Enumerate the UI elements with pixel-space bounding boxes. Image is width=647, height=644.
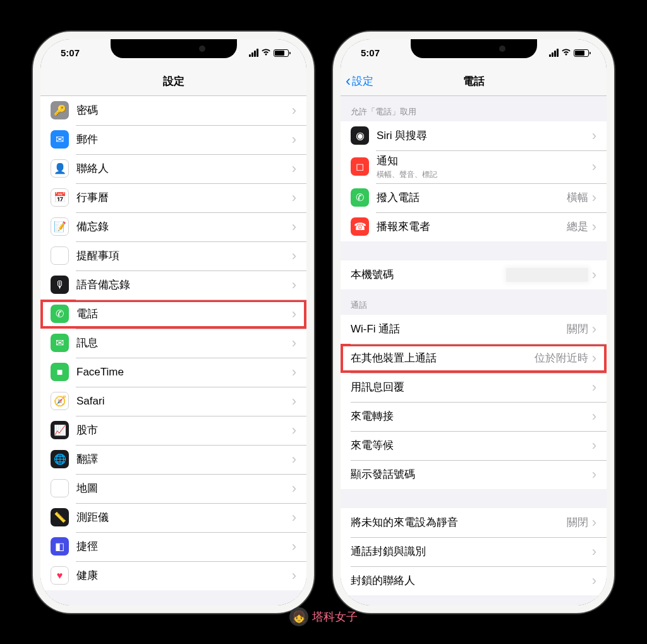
- chevron-right-icon: ›: [292, 509, 296, 526]
- chevron-right-icon: ›: [292, 568, 296, 584]
- row-label: 郵件: [76, 132, 292, 147]
- chevron-right-icon: ›: [592, 408, 596, 425]
- calendar-icon: 📅: [51, 188, 69, 207]
- settings-row-shortcuts[interactable]: ◧捷徑›: [40, 532, 306, 561]
- announce-icon: ☎: [351, 217, 369, 236]
- row-label: 行事曆: [76, 190, 292, 205]
- row-value: 關閉: [567, 322, 588, 336]
- notes-icon: 📝: [51, 217, 69, 236]
- row-label: 將未知的來電設為靜音: [351, 515, 567, 530]
- chevron-right-icon: ›: [292, 538, 296, 555]
- chevron-right-icon: ›: [292, 161, 296, 177]
- safari-icon: 🧭: [51, 392, 69, 410]
- settings-row-calendar[interactable]: 📅行事曆›: [40, 183, 306, 212]
- chevron-right-icon: ›: [592, 437, 596, 454]
- settings-row-other-devices[interactable]: 在其他裝置上通話位於附近時›: [341, 344, 607, 373]
- chevron-right-icon: ›: [592, 159, 596, 175]
- row-label: 來電轉接: [351, 409, 592, 423]
- row-label: 訊息: [76, 336, 292, 350]
- signal-icon: [549, 49, 559, 57]
- row-label: 地圖: [76, 481, 292, 495]
- settings-row-silence-unknown[interactable]: 將未知的來電設為靜音關閉›: [341, 508, 607, 537]
- chevron-right-icon: ›: [592, 466, 596, 483]
- settings-row-notes[interactable]: 📝備忘錄›: [40, 212, 306, 241]
- siri-icon: ◉: [351, 126, 369, 145]
- settings-row-my-number[interactable]: 本機號碼›: [341, 260, 607, 289]
- status-bar: 5:07: [341, 39, 607, 67]
- row-label: 封鎖的聯絡人: [351, 573, 592, 588]
- nav-back-label: 設定: [352, 74, 373, 88]
- settings-row-voice-memos[interactable]: 🎙語音備忘錄›: [40, 270, 306, 300]
- chevron-right-icon: ›: [292, 219, 296, 235]
- settings-row-health[interactable]: ♥健康›: [40, 561, 306, 590]
- settings-list[interactable]: 🔑密碼›✉郵件›👤聯絡人›📅行事曆›📝備忘錄›⦿提醒事項›🎙語音備忘錄›✆電話›…: [40, 96, 306, 605]
- settings-row-safari[interactable]: 🧭Safari›: [40, 387, 306, 416]
- settings-row-stocks[interactable]: 📈股市›: [40, 416, 306, 445]
- chevron-right-icon: ›: [592, 350, 596, 367]
- row-label: 通話封鎖與識別: [351, 544, 592, 559]
- passwords-icon: 🔑: [51, 101, 69, 119]
- settings-row-caller-id[interactable]: 顯示發話號碼›: [341, 460, 607, 489]
- chevron-right-icon: ›: [592, 267, 596, 283]
- chevron-right-icon: ›: [292, 451, 296, 468]
- group-header: 通話: [341, 289, 607, 315]
- chevron-right-icon: ›: [292, 190, 296, 206]
- chevron-right-icon: ›: [292, 102, 296, 119]
- row-label: 備忘錄: [76, 219, 292, 234]
- settings-row-blocked-contacts[interactable]: 封鎖的聯絡人›: [341, 566, 607, 595]
- measure-icon: 📏: [51, 508, 69, 526]
- settings-row-blocking[interactable]: 通話封鎖與識別›: [341, 537, 607, 566]
- settings-row-incoming[interactable]: ✆撥入電話橫幅›: [341, 183, 607, 212]
- health-icon: ♥: [51, 566, 69, 585]
- wifi-icon: [261, 47, 271, 58]
- row-label: 在其他裝置上通話: [351, 351, 535, 365]
- settings-row-phone[interactable]: ✆電話›: [40, 300, 306, 329]
- row-value: 橫幅: [567, 190, 588, 205]
- settings-row-facetime[interactable]: ■FaceTime›: [40, 358, 306, 387]
- chevron-right-icon: ›: [292, 335, 296, 351]
- watermark-avatar-icon: 👧: [289, 607, 308, 626]
- nav-title: 電話: [463, 74, 485, 88]
- chevron-right-icon: ›: [592, 219, 596, 235]
- chevron-right-icon: ›: [592, 573, 596, 589]
- watermark-text: 塔科女子: [312, 609, 358, 624]
- chevron-right-icon: ›: [292, 422, 296, 439]
- row-label: 撥入電話: [377, 190, 567, 205]
- row-label: 健康: [76, 568, 292, 583]
- chevron-right-icon: ›: [292, 306, 296, 322]
- row-label: 聯絡人: [76, 161, 292, 176]
- shortcuts-icon: ◧: [51, 537, 69, 556]
- settings-row-reminders[interactable]: ⦿提醒事項›: [40, 241, 306, 270]
- notifications-icon: ◻: [351, 157, 369, 176]
- settings-row-contacts[interactable]: 👤聯絡人›: [40, 154, 306, 183]
- phone-settings-list[interactable]: 允許「電話」取用◉Siri 與搜尋›◻通知橫幅、聲音、標記›✆撥入電話橫幅›☎播…: [341, 96, 607, 605]
- settings-row-announce[interactable]: ☎播報來電者總是›: [341, 212, 607, 241]
- chevron-right-icon: ›: [592, 379, 596, 396]
- row-label: 顯示發話號碼: [351, 467, 592, 482]
- settings-row-respond-text[interactable]: 用訊息回覆›: [341, 373, 607, 402]
- settings-row-translate[interactable]: 🌐翻譯›: [40, 445, 306, 474]
- redacted-value: [506, 268, 588, 282]
- chevron-right-icon: ›: [292, 480, 296, 497]
- maps-icon: 🗺: [51, 479, 69, 497]
- row-label: 測距儀: [76, 510, 292, 525]
- settings-row-maps[interactable]: 🗺地圖›: [40, 474, 306, 503]
- settings-row-call-forward[interactable]: 來電轉接›: [341, 402, 607, 431]
- settings-row-measure[interactable]: 📏測距儀›: [40, 503, 306, 532]
- settings-row-notifications[interactable]: ◻通知橫幅、聲音、標記›: [341, 150, 607, 183]
- signal-icon: [249, 49, 258, 57]
- settings-row-messages[interactable]: ✉訊息›: [40, 329, 306, 358]
- row-label: 來電等候: [351, 438, 592, 453]
- settings-row-siri[interactable]: ◉Siri 與搜尋›: [341, 121, 607, 150]
- chevron-right-icon: ›: [292, 248, 296, 264]
- row-label: 翻譯: [76, 452, 292, 466]
- settings-row-passwords[interactable]: 🔑密碼›: [40, 96, 306, 125]
- row-label: Siri 與搜尋: [377, 128, 592, 143]
- nav-bar: 設定: [40, 67, 306, 96]
- settings-row-call-waiting[interactable]: 來電等候›: [341, 431, 607, 460]
- voice-memos-icon: 🎙: [51, 276, 69, 294]
- settings-row-mail[interactable]: ✉郵件›: [40, 125, 306, 154]
- settings-row-wifi-call[interactable]: Wi-Fi 通話關閉›: [341, 315, 607, 344]
- chevron-right-icon: ›: [292, 364, 296, 380]
- nav-back-button[interactable]: ‹ 設定: [346, 72, 373, 90]
